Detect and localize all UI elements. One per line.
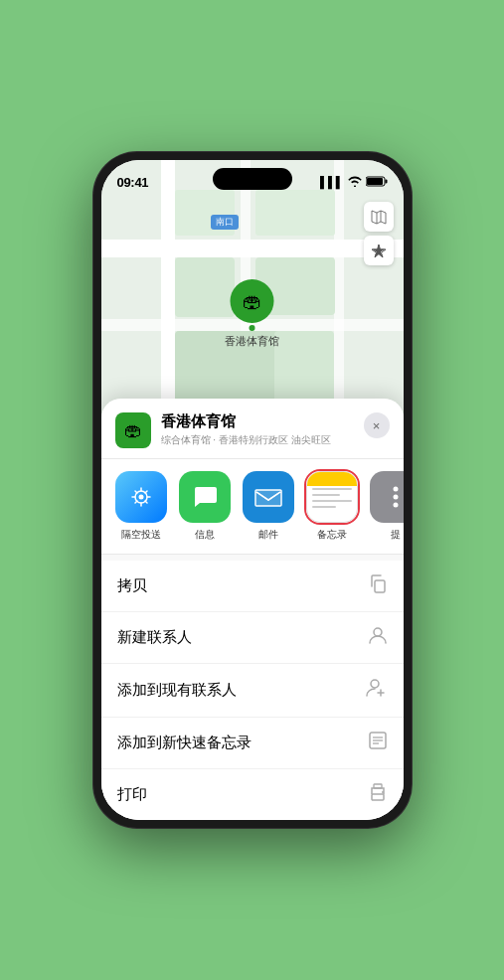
wifi-icon — [348, 176, 362, 189]
phone-screen: 09:41 ▌▌▌ — [101, 160, 404, 820]
venue-subtitle: 综合体育馆 · 香港特别行政区 油尖旺区 — [161, 433, 354, 447]
messages-icon — [179, 471, 231, 523]
svg-rect-2 — [367, 178, 383, 185]
svg-rect-7 — [256, 490, 280, 506]
person-icon — [368, 625, 388, 650]
svg-point-20 — [382, 791, 384, 793]
action-print[interactable]: 打印 — [101, 769, 404, 820]
venue-name: 香港体育馆 — [161, 412, 354, 431]
pin-icon: 🏟 — [231, 279, 274, 323]
add-notes-label: 添加到新快速备忘录 — [117, 734, 252, 752]
svg-point-10 — [393, 503, 398, 508]
svg-point-12 — [374, 628, 382, 636]
status-icons: ▌▌▌ — [320, 176, 387, 189]
map-controls — [364, 202, 394, 269]
print-label: 打印 — [117, 785, 147, 804]
mail-icon — [243, 471, 294, 523]
action-add-existing[interactable]: 添加到现有联系人 — [101, 664, 404, 718]
svg-point-13 — [371, 680, 379, 688]
svg-rect-18 — [372, 794, 384, 800]
action-copy[interactable]: 拷贝 — [101, 561, 404, 612]
pin-dot — [250, 325, 255, 331]
status-time: 09:41 — [117, 175, 149, 190]
share-item-more[interactable]: 提 — [370, 471, 404, 542]
add-existing-label: 添加到现有联系人 — [117, 681, 237, 700]
share-row: 隔空投送 信息 — [101, 459, 404, 555]
svg-rect-11 — [375, 580, 385, 592]
share-item-mail[interactable]: 邮件 — [243, 471, 294, 542]
note-icon — [368, 731, 388, 755]
map-label: 南口 — [211, 215, 239, 230]
printer-icon — [368, 782, 388, 807]
action-list: 拷贝 新建联系人 — [101, 561, 404, 820]
mail-label: 邮件 — [258, 528, 278, 542]
pin-label: 香港体育馆 — [225, 334, 279, 349]
venue-icon: 🏟 — [115, 412, 151, 448]
share-item-messages[interactable]: 信息 — [179, 471, 231, 542]
action-add-notes[interactable]: 添加到新快速备忘录 — [101, 718, 404, 769]
action-new-contact[interactable]: 新建联系人 — [101, 612, 404, 664]
messages-label: 信息 — [195, 528, 215, 542]
copy-icon — [368, 573, 388, 598]
more-icon — [370, 471, 404, 523]
more-label: 提 — [391, 528, 401, 542]
notes-selected-indicator — [306, 471, 358, 523]
venue-info: 香港体育馆 综合体育馆 · 香港特别行政区 油尖旺区 — [161, 412, 354, 447]
battery-icon — [366, 176, 388, 189]
svg-point-8 — [393, 487, 398, 492]
svg-rect-19 — [374, 784, 382, 788]
map-type-button[interactable] — [364, 202, 394, 232]
phone-frame: 09:41 ▌▌▌ — [93, 152, 412, 828]
share-item-airdrop[interactable]: 隔空投送 — [115, 471, 167, 542]
bottom-sheet: 🏟 香港体育馆 综合体育馆 · 香港特别行政区 油尖旺区 × — [101, 399, 404, 820]
svg-rect-1 — [385, 179, 387, 183]
location-button[interactable] — [364, 236, 394, 265]
airdrop-icon — [115, 471, 167, 523]
signal-icon: ▌▌▌ — [320, 176, 343, 188]
new-contact-label: 新建联系人 — [117, 628, 192, 647]
svg-point-9 — [393, 495, 398, 500]
notes-label: 备忘录 — [317, 528, 347, 542]
venue-header: 🏟 香港体育馆 综合体育馆 · 香港特别行政区 油尖旺区 × — [101, 399, 404, 459]
person-add-icon — [366, 677, 388, 704]
airdrop-label: 隔空投送 — [121, 528, 161, 542]
dynamic-island — [213, 168, 292, 190]
share-item-notes[interactable]: 备忘录 — [306, 471, 358, 542]
notes-icon — [306, 471, 358, 523]
copy-label: 拷贝 — [117, 576, 147, 595]
venue-pin[interactable]: 🏟 香港体育馆 — [225, 279, 279, 349]
svg-point-6 — [138, 495, 143, 500]
close-button[interactable]: × — [364, 412, 390, 438]
